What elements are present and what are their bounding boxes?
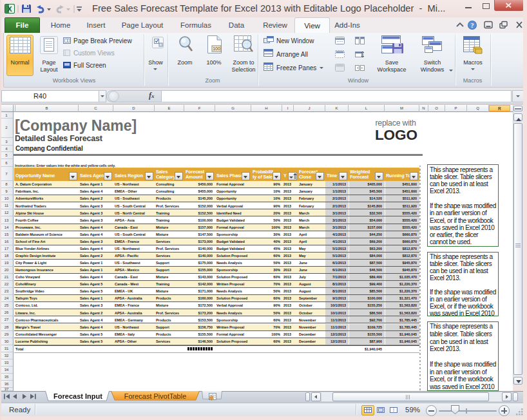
svg-text:100: 100 (213, 46, 220, 51)
svg-text:X: X (7, 5, 12, 13)
svg-text:?: ? (471, 22, 474, 29)
